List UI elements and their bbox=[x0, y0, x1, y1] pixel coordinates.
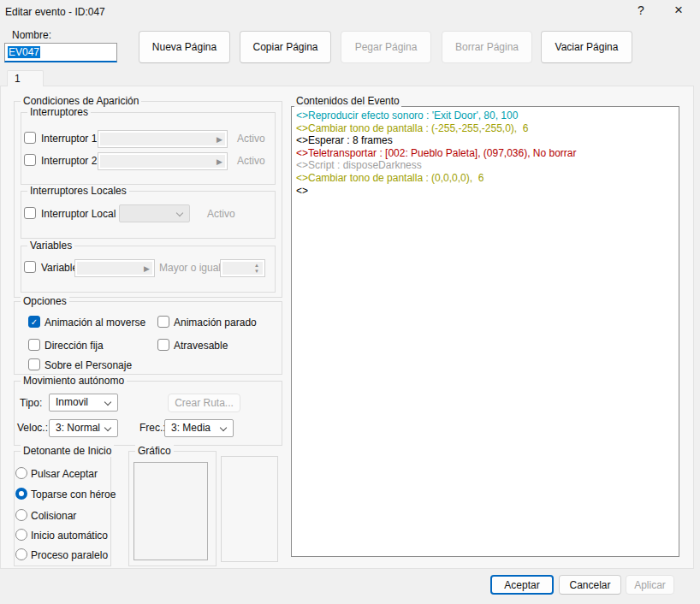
help-icon[interactable]: ? bbox=[633, 3, 649, 17]
delete-page-button[interactable]: Borrar Página bbox=[442, 31, 532, 63]
option-move-animation-label: Animación al moverse bbox=[44, 317, 145, 329]
option-through-label: Atravesable bbox=[174, 340, 228, 352]
paste-page-button[interactable]: Pegar Página bbox=[341, 31, 431, 63]
edit-event-dialog: { "window": { "title": "Editar evento - … bbox=[0, 0, 700, 604]
switch2-picker[interactable]: ▶ bbox=[98, 152, 228, 170]
arrow-right-icon: ▶ bbox=[217, 157, 222, 165]
movement-type-select[interactable]: Inmovil bbox=[49, 394, 118, 412]
empty-side-box bbox=[221, 456, 278, 562]
movement-freq-select[interactable]: 3: Media bbox=[164, 419, 234, 437]
option-through-checkbox[interactable] bbox=[157, 339, 169, 351]
event-command-script[interactable]: <>Script : disposeDarkness bbox=[296, 159, 674, 172]
copy-page-button[interactable]: Copiar Página bbox=[240, 31, 331, 63]
event-command-tint-screen-2[interactable]: <>Cambiar tono de pantalla : (0,0,0,0), … bbox=[296, 172, 674, 185]
trigger-action-button-label: Pulsar Aceptar bbox=[31, 468, 98, 480]
movement-speed-select[interactable]: 3: Normal bbox=[49, 419, 118, 437]
switch1-state: Activo bbox=[237, 133, 265, 145]
chevron-down-icon bbox=[220, 424, 227, 431]
spinner-down-icon: ▼ bbox=[254, 269, 259, 274]
trigger-group-title: Detonante de Inicio bbox=[21, 445, 114, 457]
switch1-checkbox[interactable] bbox=[24, 132, 36, 144]
option-direction-fix-checkbox[interactable] bbox=[28, 339, 40, 351]
trigger-player-touch-radio[interactable] bbox=[15, 488, 27, 500]
self-switch-group-title: Interruptores Locales bbox=[27, 185, 129, 197]
event-command-empty[interactable]: <> bbox=[296, 185, 674, 198]
new-page-button[interactable]: Nueva Página bbox=[139, 31, 230, 63]
switch2-label: Interruptor 2 bbox=[41, 155, 97, 167]
trigger-parallel-label: Proceso paralelo bbox=[31, 549, 108, 561]
close-icon[interactable]: × bbox=[671, 2, 686, 19]
self-switch-state: Activo bbox=[207, 208, 235, 220]
arrow-right-icon: ▶ bbox=[217, 135, 222, 143]
option-stop-animation-label: Animación parado bbox=[174, 317, 257, 329]
switches-group-title: Interruptores bbox=[27, 106, 91, 118]
movement-type-label: Tipo: bbox=[20, 397, 42, 409]
conditions-group-title: Condiciones de Aparición bbox=[21, 95, 141, 107]
apply-button[interactable]: Aplicar bbox=[626, 575, 674, 595]
movement-freq-label: Frec.: bbox=[139, 422, 166, 434]
cancel-button[interactable]: Cancelar bbox=[559, 575, 621, 595]
self-switch-select[interactable] bbox=[119, 204, 190, 222]
option-always-on-top-checkbox[interactable] bbox=[28, 358, 40, 370]
arrow-right-icon: ▶ bbox=[144, 264, 150, 272]
switch1-picker[interactable]: ▶ bbox=[98, 130, 228, 148]
trigger-player-touch-label: Toparse con héroe bbox=[31, 489, 116, 500]
option-direction-fix-label: Dirección fija bbox=[44, 340, 104, 352]
variable-checkbox[interactable] bbox=[24, 261, 36, 273]
movement-group-title: Movimiento autónomo bbox=[21, 375, 127, 387]
event-command-transfer[interactable]: <>Teletransportar : [002: Pueblo Paleta]… bbox=[296, 147, 674, 160]
variable-picker[interactable]: ▶ bbox=[74, 259, 155, 277]
trigger-autorun-label: Inicio automático bbox=[31, 530, 108, 542]
name-label: Nombre: bbox=[12, 29, 51, 41]
switch1-label: Interruptor 1 bbox=[41, 133, 97, 145]
chevron-down-icon bbox=[104, 424, 111, 431]
variable-comparison-label: Mayor o igual bbox=[159, 262, 221, 274]
options-group-title: Opciones bbox=[21, 295, 69, 307]
option-stop-animation-checkbox[interactable] bbox=[157, 316, 169, 328]
accept-button[interactable]: Aceptar bbox=[490, 575, 554, 595]
move-route-button[interactable]: Crear Ruta... bbox=[168, 394, 240, 412]
self-switch-checkbox[interactable] bbox=[24, 207, 36, 219]
clear-page-button[interactable]: Vaciar Página bbox=[541, 31, 632, 63]
graphic-preview-box[interactable] bbox=[133, 462, 208, 560]
event-list-title: Contenidos del Evento bbox=[294, 95, 401, 107]
trigger-autorun-radio[interactable] bbox=[15, 529, 27, 541]
switch2-state: Activo bbox=[237, 155, 265, 167]
window-title: Editar evento - ID:047 bbox=[5, 6, 105, 18]
spinner-up-icon: ▲ bbox=[254, 263, 259, 268]
switch2-checkbox[interactable] bbox=[24, 154, 36, 166]
option-move-animation-checkbox[interactable] bbox=[28, 316, 40, 328]
variable-amount-spinner[interactable]: ▲ ▼ bbox=[220, 259, 265, 277]
tab-page-1[interactable]: 1 bbox=[7, 70, 44, 86]
chevron-down-icon bbox=[176, 210, 183, 216]
trigger-parallel-radio[interactable] bbox=[15, 548, 27, 560]
selected-text: EV047 bbox=[8, 46, 40, 58]
event-command-play-se[interactable]: <>Reproducir efecto sonoro : 'Exit Door'… bbox=[296, 110, 674, 122]
trigger-event-touch-label: Colisionar bbox=[31, 510, 76, 522]
event-command-wait[interactable]: <>Esperar : 8 frames bbox=[296, 134, 674, 147]
event-name-input[interactable]: EV047 bbox=[4, 43, 117, 62]
variables-group-title: Variables bbox=[27, 240, 74, 252]
graphic-group-title: Gráfico bbox=[135, 445, 174, 457]
event-command-tint-screen[interactable]: <>Cambiar tono de pantalla : (-255,-255,… bbox=[296, 122, 674, 135]
trigger-action-button-radio[interactable] bbox=[15, 467, 27, 479]
chevron-down-icon bbox=[104, 399, 111, 406]
movement-speed-label: Veloc.: bbox=[17, 422, 48, 434]
option-always-on-top-label: Sobre el Personaje bbox=[44, 359, 132, 371]
switches-group: Interruptores bbox=[21, 112, 276, 185]
trigger-event-touch-radio[interactable] bbox=[15, 509, 27, 521]
self-switch-label: Interruptor Local bbox=[41, 208, 116, 220]
event-command-list[interactable]: <>Reproducir efecto sonoro : 'Exit Door'… bbox=[291, 106, 679, 557]
